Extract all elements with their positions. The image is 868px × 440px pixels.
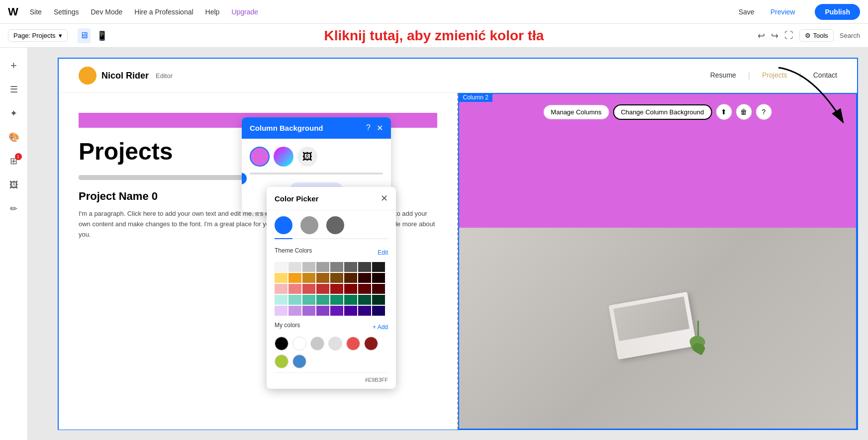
page-selector[interactable]: Page: Projects ▾ [8,29,68,42]
color-picker-title: Color Picker [275,194,318,203]
theme-button[interactable]: 🎨 [4,127,24,147]
publish-button[interactable]: Publish [815,4,860,20]
theme-swatch[interactable] [372,306,385,316]
pages-button[interactable]: ☰ [4,80,24,99]
help-icon[interactable]: ? [756,104,772,120]
theme-swatch[interactable] [330,273,343,283]
main-layout: + ☰ ✦ 🎨 ⊞ 1 🖼 ✏ Nicol Rider [0,48,868,440]
gradient-type-button[interactable] [274,147,293,167]
theme-swatch[interactable] [358,273,371,283]
nav-site[interactable]: Site [30,8,42,16]
theme-swatch[interactable] [275,273,288,283]
theme-swatch[interactable] [289,273,301,283]
color-picker-close-icon[interactable]: ✕ [381,193,388,204]
nav-contact[interactable]: Contact [813,71,837,80]
theme-swatch[interactable] [330,262,343,272]
my-color-green[interactable] [275,354,289,368]
theme-swatch[interactable] [358,306,371,316]
change-column-background-button[interactable]: Change Column Background [613,104,712,120]
theme-swatch[interactable] [330,295,343,305]
nav-devmode[interactable]: Dev Mode [91,8,122,16]
theme-swatch[interactable] [344,284,357,294]
theme-swatch[interactable] [316,295,329,305]
theme-swatch[interactable] [289,306,301,316]
nav-settings[interactable]: Settings [54,8,79,16]
theme-swatch[interactable] [344,295,357,305]
add-element-button[interactable]: + [4,56,24,76]
add-color-button[interactable]: + Add [373,324,388,331]
panel-title: Column Background [250,124,323,132]
theme-swatch[interactable] [344,262,357,272]
theme-swatch[interactable] [330,306,343,316]
site-nav: Resume | Projects | Contact [710,71,837,80]
undo-icon[interactable]: ↩ [758,30,765,41]
desktop-view-icon[interactable]: 🖥 [78,28,91,43]
nav-resume[interactable]: Resume [710,71,736,80]
panel-help-icon[interactable]: ? [366,123,371,133]
nav-help[interactable]: Help [205,8,220,16]
color-tab-dark-gray[interactable] [326,216,344,234]
nav-upgrade[interactable]: Upgrade [231,8,258,16]
theme-swatch[interactable] [275,295,288,305]
move-up-icon[interactable]: ⬆ [716,104,732,120]
theme-swatch[interactable] [289,284,301,294]
my-color-black[interactable] [275,337,289,351]
theme-swatch[interactable] [316,306,329,316]
theme-swatch[interactable] [316,262,329,272]
theme-swatch[interactable] [289,262,301,272]
my-color-dark-red[interactable] [364,337,378,351]
theme-swatch[interactable] [344,306,357,316]
theme-swatch[interactable] [344,273,357,283]
theme-swatch[interactable] [372,295,385,305]
theme-swatch[interactable] [302,306,315,316]
my-color-blue[interactable] [292,354,306,368]
blog-button[interactable]: ✏ [4,199,24,219]
nav-projects[interactable]: Projects [762,71,787,80]
search-button[interactable]: Search [840,32,860,39]
theme-row-3 [275,295,388,305]
manage-columns-button[interactable]: Manage Columns [543,105,609,119]
fullscreen-icon[interactable]: ⛶ [784,30,793,41]
tools-button[interactable]: ⚙ Tools [799,29,833,42]
theme-swatch[interactable] [316,284,329,294]
apps-button[interactable]: ⊞ 1 [4,151,24,171]
mobile-view-icon[interactable]: 📱 [95,28,109,43]
my-color-silver[interactable] [328,337,342,351]
theme-swatch[interactable] [358,284,371,294]
media-button[interactable]: 🖼 [4,175,24,195]
theme-swatch[interactable] [372,262,385,272]
panel-close-icon[interactable]: ✕ [377,123,383,133]
redo-icon[interactable]: ↪ [771,30,778,41]
my-color-red[interactable] [346,337,360,351]
theme-swatch[interactable] [372,284,385,294]
theme-swatch[interactable] [275,306,288,316]
theme-swatch[interactable] [302,295,315,305]
theme-swatch[interactable] [289,295,301,305]
theme-swatch[interactable] [358,295,371,305]
my-color-white[interactable] [292,337,306,351]
two-col-section: Projects Project Name 0 I'm a paragraph.… [59,93,857,430]
theme-swatch[interactable] [316,273,329,283]
theme-swatch[interactable] [302,273,315,283]
color-tab-blue[interactable] [275,216,292,234]
save-button[interactable]: Save [739,8,755,16]
preview-button[interactable]: Preview [771,8,795,16]
image-type-button[interactable]: 🖼 [297,147,317,167]
delete-icon[interactable]: 🗑 [736,104,752,120]
canvas-area[interactable]: Nicol Rider Editor Resume | Projects | C… [28,48,868,440]
theme-colors-edit-link[interactable]: Edit [378,249,388,256]
theme-swatch[interactable] [330,284,343,294]
theme-swatch[interactable] [302,262,315,272]
color-type-button[interactable] [250,147,270,167]
theme-swatch[interactable] [275,262,288,272]
theme-swatch[interactable] [372,273,385,283]
theme-swatch[interactable] [302,284,315,294]
my-color-light-gray[interactable] [310,337,324,351]
theme-swatch[interactable] [275,284,288,294]
nav-hire[interactable]: Hire a Professional [134,8,193,16]
theme-swatch[interactable] [358,262,371,272]
color-tab-gray[interactable] [300,216,318,234]
column-2[interactable]: Column 2 Manage Columns Change Column Ba… [458,93,858,430]
plant-decoration [687,321,712,365]
design-button[interactable]: ✦ [4,103,24,123]
